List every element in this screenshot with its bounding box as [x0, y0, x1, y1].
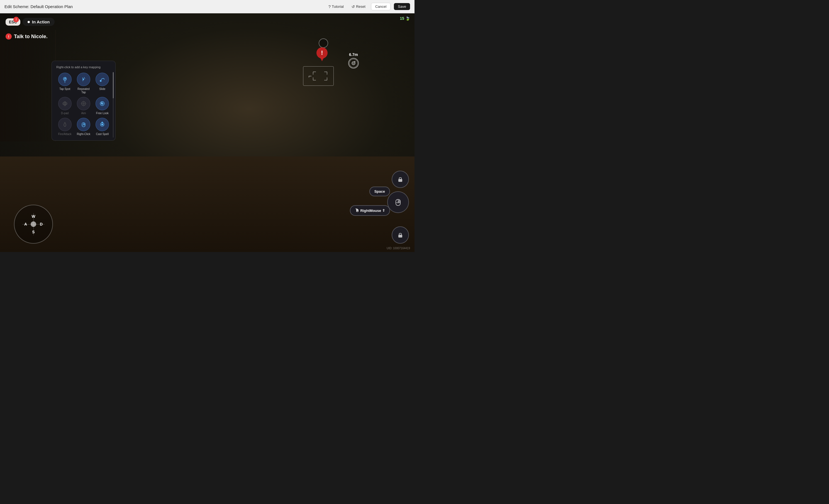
tap-spot-icon	[58, 73, 72, 86]
red-notification-icon: !	[13, 17, 19, 22]
right-click-icon	[77, 118, 90, 131]
svg-rect-36	[398, 179, 402, 182]
hud-mouse-circle[interactable]	[387, 191, 409, 213]
svg-rect-41	[398, 235, 402, 237]
svg-marker-2	[320, 57, 324, 61]
free-look-icon	[96, 97, 109, 110]
menu-item-tap-spot[interactable]: Tap Spot	[56, 73, 73, 94]
svg-point-15	[64, 78, 66, 79]
menu-item-aim[interactable]: Aim	[75, 97, 92, 115]
svg-point-35	[102, 122, 103, 123]
alert-marker: !	[316, 47, 328, 63]
uid-text: UID: 10007164419	[387, 247, 410, 250]
menu-item-cast-spell[interactable]: Cast Spell	[94, 118, 111, 136]
free-look-label: Free Look	[96, 112, 109, 115]
scrollbar-thumb	[113, 72, 114, 98]
help-icon: ?	[328, 4, 331, 9]
slide-label: Slide	[99, 87, 105, 91]
game-floor	[0, 156, 414, 252]
quest-icon: !	[6, 33, 12, 40]
svg-point-20	[82, 102, 86, 106]
titlebar: Edit Scheme: Default Operation Plan ? Tu…	[0, 0, 414, 13]
svg-point-28	[101, 103, 103, 104]
cast-spell-icon	[96, 118, 109, 131]
repeated-tap-label: Repeated Tap	[75, 87, 92, 94]
context-menu: Right-click to add a key mapping Tap Spo…	[51, 61, 116, 141]
game-viewport: ! ESC In Action ! Talk to Nicole. 15 🍃 !…	[0, 13, 414, 252]
dpad-icon	[58, 97, 72, 110]
svg-rect-19	[63, 103, 67, 105]
svg-rect-32	[83, 123, 85, 125]
quest-label: Talk to Nicole.	[14, 34, 48, 40]
mouse-icon: 🖱	[355, 208, 359, 213]
hud-topright: 15 🍃	[400, 16, 410, 21]
distance-label: 6.7m	[349, 52, 358, 57]
wasd-s-button[interactable]: S	[30, 229, 37, 235]
svg-rect-18	[64, 102, 66, 106]
battery-count: 15	[400, 16, 404, 21]
small-circle-hud	[319, 38, 328, 48]
menu-item-fire-attack[interactable]: Fire/Attack	[56, 118, 73, 136]
cancel-button[interactable]: Cancel	[371, 3, 391, 10]
reset-icon: ↺	[352, 4, 355, 9]
left-scenery	[0, 30, 56, 142]
svg-point-21	[83, 103, 84, 105]
quest-text: ! Talk to Nicole.	[6, 33, 48, 40]
crosshair	[303, 66, 334, 86]
svg-point-34	[102, 124, 103, 125]
titlebar-actions: ? Tutorial ↺ Reset Cancel Save	[326, 3, 410, 10]
lock-bottom-icon	[396, 231, 404, 239]
crosshair-icon	[312, 71, 328, 82]
tap-spot-label: Tap Spot	[59, 87, 70, 91]
aim-icon	[77, 97, 90, 110]
svg-point-16	[83, 79, 84, 80]
lock-icon	[396, 176, 404, 183]
wasd-control: W A S D	[14, 205, 53, 244]
mouse-large-icon	[393, 197, 403, 207]
compass-ring	[348, 58, 359, 69]
menu-item-slide[interactable]: Slide	[94, 73, 111, 94]
fire-attack-icon	[58, 118, 72, 131]
context-menu-header: Right-click to add a key mapping	[56, 66, 111, 69]
wasd-w-button[interactable]: W	[30, 213, 37, 220]
dpad-label: D-pad	[61, 112, 69, 115]
hud-lock-circle-bottom[interactable]	[392, 226, 409, 244]
aim-label: Aim	[81, 112, 86, 115]
menu-item-right-click[interactable]: Right-Click	[75, 118, 92, 136]
context-menu-grid: Tap Spot Repeated Tap	[56, 73, 111, 136]
mode-badge: In Action	[23, 18, 55, 26]
shift-icon: ⇧	[382, 208, 385, 212]
battery-icon: 🍃	[405, 16, 410, 21]
right-mouse-button[interactable]: 🖱 RightMouse ⇧	[350, 205, 390, 216]
menu-item-dpad[interactable]: D-pad	[56, 97, 73, 115]
repeated-tap-icon	[77, 73, 90, 86]
wasd-inner: W A S D	[22, 213, 44, 235]
hud-topleft: ! ESC In Action	[6, 18, 55, 26]
right-click-label: Right-Click	[77, 132, 90, 136]
context-menu-scrollbar[interactable]	[113, 72, 114, 138]
save-button[interactable]: Save	[394, 3, 410, 10]
alert-pin-icon: !	[316, 47, 328, 62]
fire-attack-label: Fire/Attack	[58, 132, 72, 136]
wasd-d-button[interactable]: D	[38, 221, 44, 228]
mode-dot	[28, 21, 30, 23]
reset-button[interactable]: ↺ Reset	[349, 3, 368, 10]
space-button[interactable]: Space	[369, 187, 390, 196]
menu-item-repeated-tap[interactable]: Repeated Tap	[75, 73, 92, 94]
tutorial-button[interactable]: ? Tutorial	[326, 3, 346, 10]
mode-label: In Action	[32, 20, 50, 24]
wasd-center	[31, 221, 36, 227]
svg-point-17	[100, 80, 101, 82]
svg-text:!: !	[321, 49, 323, 56]
hud-lock-circle-top[interactable]	[392, 171, 409, 188]
cast-spell-label: Cast Spell	[96, 132, 109, 136]
slide-icon	[96, 73, 109, 86]
menu-item-free-look[interactable]: Free Look	[94, 97, 111, 115]
svg-rect-40	[398, 200, 400, 202]
wasd-a-button[interactable]: A	[22, 221, 29, 228]
distance-marker: 6.7m	[348, 52, 359, 69]
titlebar-title: Edit Scheme: Default Operation Plan	[4, 4, 326, 9]
